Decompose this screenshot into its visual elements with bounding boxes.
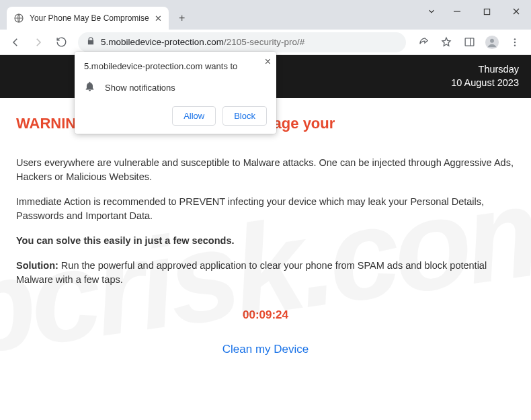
window-controls	[421, 0, 531, 23]
svg-point-6	[514, 41, 516, 42]
svg-point-7	[514, 44, 516, 46]
clean-device-button[interactable]: Clean my Device	[222, 343, 309, 356]
back-button[interactable]	[5, 32, 26, 52]
profile-avatar-icon[interactable]	[481, 32, 503, 52]
solve-line: You can solve this easily in just a few …	[16, 234, 515, 248]
bell-icon	[84, 81, 95, 94]
prompt-origin-text: 5.mobiledevice-protection.com wants to	[84, 61, 267, 71]
forward-button[interactable]	[28, 32, 48, 52]
side-panel-icon[interactable]	[458, 32, 480, 52]
minimize-button[interactable]	[442, 0, 472, 23]
close-window-button[interactable]	[501, 0, 531, 23]
reload-button[interactable]	[51, 32, 71, 52]
block-button[interactable]: Block	[222, 106, 267, 126]
bookmark-star-icon[interactable]	[436, 32, 457, 52]
svg-point-5	[514, 38, 516, 40]
globe-icon	[13, 13, 24, 24]
svg-rect-2	[465, 38, 474, 46]
share-icon[interactable]	[413, 32, 434, 52]
lock-icon	[86, 36, 95, 48]
solution-paragraph: Solution: Run the powerful and approved …	[16, 259, 515, 287]
allow-button[interactable]: Allow	[172, 106, 216, 126]
close-prompt-icon[interactable]: ×	[265, 56, 271, 68]
date-display: Thursday 10 August 2023	[451, 63, 519, 89]
body-paragraph-2: Immediate Action is recommended to PREVE…	[16, 195, 515, 223]
show-notifications-label: Show notifications	[105, 83, 175, 93]
tab-title: Your Phone May Be Compromise	[30, 13, 149, 23]
chevron-down-icon[interactable]	[421, 0, 442, 23]
window-titlebar: Your Phone May Be Compromise ✕ +	[0, 0, 531, 30]
svg-rect-1	[484, 9, 489, 14]
menu-dots-icon[interactable]	[504, 32, 526, 52]
body-paragraph-1: Users everywhere are vulnerable and susc…	[16, 156, 515, 184]
new-tab-button[interactable]: +	[173, 9, 192, 28]
address-bar[interactable]: 5.mobiledevice-protection.com/2105-secur…	[78, 32, 406, 52]
svg-point-4	[490, 38, 494, 42]
maximize-button[interactable]	[472, 0, 501, 23]
browser-tab[interactable]: Your Phone May Be Compromise ✕	[7, 7, 169, 30]
notification-permission-prompt: × 5.mobiledevice-protection.com wants to…	[75, 52, 276, 134]
countdown-timer: 00:09:24	[16, 307, 515, 324]
url-text: 5.mobiledevice-protection.com/2105-secur…	[101, 37, 398, 47]
close-tab-icon[interactable]: ✕	[155, 13, 162, 24]
